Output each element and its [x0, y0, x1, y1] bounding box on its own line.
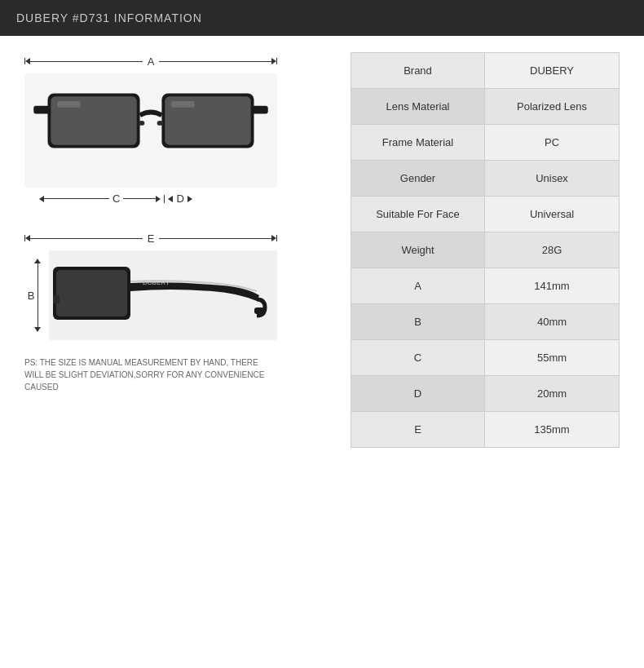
- line-c2: [123, 198, 156, 199]
- cd-separator: [164, 195, 165, 203]
- side-view-diagram: E B: [24, 229, 334, 340]
- table-row: GenderUnisex: [351, 161, 619, 197]
- table-row: Suitable For FaceUniversal: [351, 197, 619, 232]
- measurement-note: PS: THE SIZE IS MANUAL MEASUREMENT BY HA…: [24, 356, 277, 393]
- spec-value: Universal: [485, 197, 619, 232]
- table-row: Lens MaterialPolarized Lens: [351, 89, 619, 125]
- spec-value: 28G: [485, 232, 619, 268]
- spec-label: Weight: [351, 232, 485, 268]
- spec-value: 141mm: [485, 268, 619, 303]
- spec-label: E: [351, 412, 485, 447]
- a-dimension-row: A: [24, 52, 277, 70]
- left-panel: A: [24, 52, 334, 448]
- label-a: A: [143, 55, 160, 68]
- label-c: C: [109, 192, 123, 205]
- svg-rect-13: [53, 295, 60, 303]
- spec-value: Polarized Lens: [485, 89, 619, 124]
- page-header: DUBERY #D731 INFORMATION: [0, 0, 644, 36]
- label-e: E: [143, 232, 160, 245]
- spec-value: 135mm: [485, 412, 619, 447]
- spec-label: Brand: [351, 53, 485, 88]
- spec-label: Lens Material: [351, 89, 485, 124]
- arrow-right-c: [156, 196, 161, 202]
- table-row: B40mm: [351, 304, 619, 340]
- table-row: Weight28G: [351, 232, 619, 268]
- tick-right-e: [276, 235, 277, 241]
- e-dimension-row: E: [24, 229, 277, 247]
- table-row: A141mm: [351, 268, 619, 304]
- spec-value: DUBERY: [485, 53, 619, 88]
- spec-value: 40mm: [485, 304, 619, 339]
- svg-point-8: [139, 121, 145, 126]
- spec-value: PC: [485, 125, 619, 160]
- glasses-front-svg: [33, 84, 269, 178]
- table-row: C55mm: [351, 340, 619, 376]
- svg-rect-12: [254, 307, 264, 314]
- b-dimension: B: [31, 259, 44, 332]
- table-row: E135mm: [351, 412, 619, 447]
- svg-rect-7: [171, 101, 195, 108]
- spec-value: Unisex: [485, 161, 619, 196]
- spec-label: Frame Material: [351, 125, 485, 160]
- line-b: [37, 263, 38, 327]
- table-row: D20mm: [351, 376, 619, 412]
- cd-dimension-row: C D: [24, 192, 334, 205]
- svg-rect-11: [56, 270, 127, 316]
- table-row: BrandDUBERY: [351, 53, 619, 89]
- svg-rect-6: [57, 101, 81, 108]
- arrow-bottom-b: [34, 327, 41, 332]
- spec-label: D: [351, 376, 485, 411]
- spec-label: Gender: [351, 161, 485, 196]
- main-content: A: [0, 36, 644, 464]
- spec-label: A: [351, 268, 485, 303]
- line-a: [30, 61, 143, 62]
- arrow-right-d: [187, 196, 192, 202]
- side-glasses-image: DUBERY: [49, 250, 277, 340]
- glasses-front-image: [24, 73, 277, 188]
- spec-value: 20mm: [485, 376, 619, 411]
- line-c: [44, 198, 109, 199]
- specs-table: BrandDUBERYLens MaterialPolarized LensFr…: [351, 52, 620, 448]
- line-e2: [159, 238, 271, 239]
- table-row: Frame MaterialPC: [351, 125, 619, 161]
- spec-label: C: [351, 340, 485, 375]
- side-glasses-svg: DUBERY: [49, 250, 269, 340]
- svg-point-9: [157, 121, 164, 126]
- side-view-image-container: B: [24, 250, 277, 340]
- tick-right-a: [276, 58, 277, 64]
- label-b: B: [28, 290, 35, 302]
- spec-value: 55mm: [485, 340, 619, 375]
- header-title: DUBERY #D731 INFORMATION: [16, 11, 202, 24]
- line-a2: [159, 61, 271, 62]
- front-view-diagram: A: [24, 52, 334, 205]
- label-d: D: [173, 192, 187, 205]
- spec-label: B: [351, 304, 485, 339]
- line-e: [30, 238, 143, 239]
- spec-label: Suitable For Face: [351, 197, 485, 232]
- note-text: PS: THE SIZE IS MANUAL MEASUREMENT BY HA…: [24, 358, 264, 392]
